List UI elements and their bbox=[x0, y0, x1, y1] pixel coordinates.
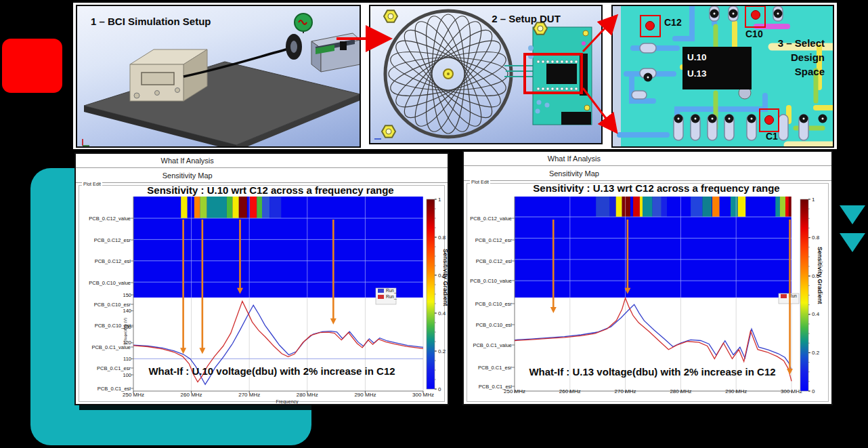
x-tick-label: 270 MHz bbox=[615, 388, 636, 394]
heatmap-band bbox=[194, 197, 200, 218]
x-tick-label: 290 MHz bbox=[354, 392, 376, 398]
what-if-annotation: What-If : U.13 voltage(dbu) with 2% incr… bbox=[504, 366, 800, 378]
heatmap-band bbox=[785, 197, 789, 217]
heatmap-band bbox=[712, 197, 720, 217]
legend-label: Run_ bbox=[386, 294, 397, 300]
heatmap-band bbox=[207, 197, 227, 218]
chart-title: Sensitivity : U.13 wrt C12 across a freq… bbox=[491, 182, 822, 194]
heatmap-band bbox=[262, 197, 269, 218]
row-label: PCB_0.C12_esl bbox=[476, 258, 513, 264]
heatmap-band bbox=[622, 197, 630, 217]
colorbar-tick-label: 0.2 bbox=[438, 348, 446, 354]
panel-select-design-space: C12 C10 C1 U.10 U.13 3 – Select Design S… bbox=[611, 5, 834, 148]
teal-arrow-down-icon bbox=[840, 233, 865, 252]
colorbar-label: Sensitivity Gradient bbox=[442, 249, 449, 306]
panel-setup-dut: 2 – Setup DUT bbox=[369, 5, 603, 144]
row-label: PCB_0.C10_esl bbox=[476, 322, 513, 328]
x-tick-label: 270 MHz bbox=[238, 392, 260, 398]
colorbar bbox=[427, 199, 435, 389]
panel1-title: 1 – BCI Simulation Setup bbox=[91, 16, 211, 27]
heatmap-band bbox=[633, 197, 640, 217]
label-c1: C1 bbox=[766, 131, 778, 142]
heatmap-band bbox=[257, 197, 262, 218]
x-tick-label: 280 MHz bbox=[670, 388, 691, 394]
x-tick-label: 260 MHz bbox=[559, 388, 581, 394]
heatmap-band bbox=[232, 197, 238, 218]
teal-arrow-down-icon bbox=[840, 205, 865, 224]
row-label: PCB_0.C1_value bbox=[473, 342, 512, 348]
panel-bci-simulation-setup: 1 – BCI Simulation Setup bbox=[76, 5, 361, 148]
series-line bbox=[515, 304, 791, 370]
heatmap-band bbox=[780, 197, 785, 217]
heatmap-band bbox=[789, 197, 791, 217]
row-label: PCB_0.C10_value bbox=[89, 280, 131, 286]
y-axis-label: voltage(dbu) (V) bbox=[123, 318, 127, 344]
row-label: PCB_0.C1_esl bbox=[479, 384, 513, 390]
what-if-annotation: What-If : U.10 voltage(dbu) with 2% incr… bbox=[123, 365, 420, 377]
cap-c10-dot bbox=[752, 11, 760, 20]
heatmap-band bbox=[596, 197, 609, 217]
heatmap-band bbox=[250, 197, 257, 218]
heatmap-band bbox=[200, 197, 207, 218]
x-tick-label: 250 MHz bbox=[123, 392, 144, 398]
x-tick-label: 300 MHz bbox=[412, 392, 434, 398]
x-tick-label: 300 MHz bbox=[781, 388, 802, 394]
heatmap-band bbox=[610, 197, 616, 217]
y-tick-label: 150 bbox=[123, 292, 131, 298]
x-tick-label: 260 MHz bbox=[181, 392, 202, 398]
colorbar-tick-label: 0.8 bbox=[438, 235, 446, 241]
sensitivity-arrow-head bbox=[199, 348, 205, 354]
row-label: PCB_0.C12_esr bbox=[94, 237, 131, 243]
colorbar-tick-label: 0 bbox=[812, 388, 815, 394]
sensitivity-chart-u10: What If Analysis Sensitivity Map Plot Ed… bbox=[74, 152, 449, 405]
heatmap-band bbox=[227, 197, 233, 218]
heatmap-band bbox=[181, 197, 187, 218]
row-label: PCB_0.C1_esl bbox=[97, 386, 131, 392]
heatmap-band bbox=[661, 197, 667, 217]
slide-canvas: 1 – BCI Simulation Setup bbox=[0, 0, 868, 448]
colorbar-tick-label: 0.8 bbox=[812, 235, 820, 241]
cap-c1-dot bbox=[765, 116, 774, 125]
heatmap-band bbox=[640, 197, 643, 217]
heatmap-band bbox=[702, 197, 712, 217]
colorbar-tick-label: 0.4 bbox=[438, 310, 446, 317]
sensitivity-chart-u13: What If Analysis Sensitivity Map Plot Ed… bbox=[462, 150, 833, 405]
colorbar-tick-label: 0.2 bbox=[812, 350, 820, 356]
label-c12: C12 bbox=[664, 17, 682, 28]
heatmap-band bbox=[738, 197, 746, 217]
panel3-title: 3 – Select Design Space bbox=[778, 36, 825, 79]
heatmap-band bbox=[616, 197, 622, 217]
sensitivity-arrow-head bbox=[550, 307, 557, 313]
chart-title: Sensitivity : U.10 wrt C12 across a freq… bbox=[103, 184, 438, 196]
panel2-title: 2 – Setup DUT bbox=[472, 13, 580, 24]
heatmap-band bbox=[691, 197, 702, 217]
colorbar-tick-label: 1 bbox=[812, 197, 815, 203]
row-label: PCB_0.C12_esr bbox=[475, 237, 513, 243]
heatmap-band bbox=[643, 197, 653, 217]
x-axis-label: Frequency bbox=[253, 399, 321, 404]
colorbar-tick-label: 0 bbox=[438, 386, 441, 392]
heatmap-band bbox=[653, 197, 661, 217]
heatmap-band bbox=[775, 197, 780, 217]
plot-edit-label: Plot Edit bbox=[470, 180, 490, 184]
row-label: PCB_0.C10_value bbox=[470, 278, 512, 284]
heatmap-band bbox=[269, 197, 281, 218]
x-tick-label: 280 MHz bbox=[297, 392, 318, 398]
colorbar-tick-label: 1 bbox=[438, 197, 441, 203]
legend-label: Run_ bbox=[386, 288, 397, 293]
y-tick-label: 140 bbox=[123, 308, 131, 314]
colorbar-tick-label: 0.4 bbox=[812, 311, 820, 317]
row-label: PCB_0.C12_value bbox=[470, 216, 512, 222]
label-c10: C10 bbox=[745, 28, 763, 39]
y-tick-label: 110 bbox=[123, 356, 131, 362]
row-label: PCB_0.C10_esr bbox=[94, 302, 131, 308]
heatmap-band bbox=[239, 197, 247, 218]
colorbar bbox=[800, 199, 808, 391]
dut-coil-render bbox=[370, 6, 601, 143]
row-label: PCB_0.C10_esr bbox=[475, 301, 513, 307]
plot-edit-label: Plot Edit bbox=[82, 182, 102, 186]
sensitivity-arrow-head bbox=[330, 319, 337, 325]
red-accent-chip bbox=[2, 39, 62, 93]
cap-c12-dot bbox=[646, 22, 655, 30]
x-tick-label: 290 MHz bbox=[725, 388, 747, 394]
